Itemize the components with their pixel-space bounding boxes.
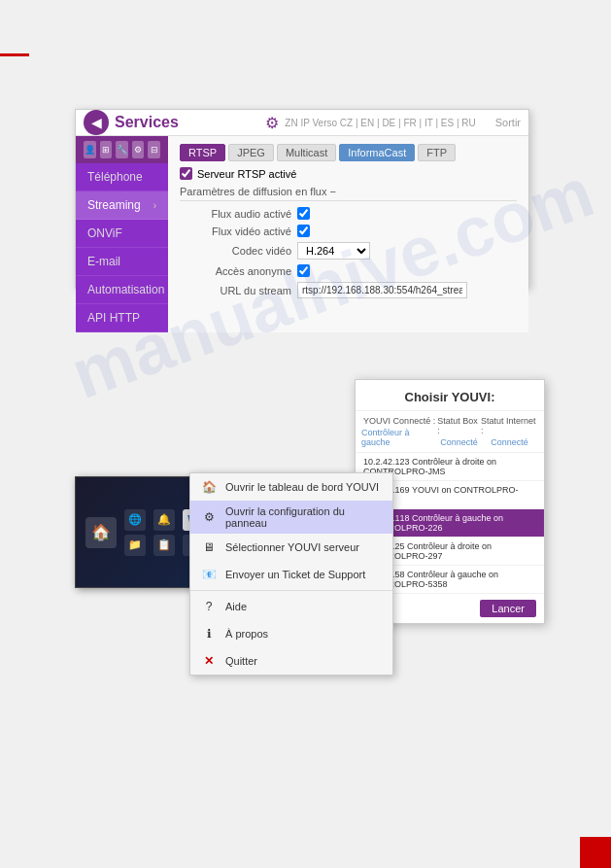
server-rtsp-row: Serveur RTSP activé — [180, 167, 517, 180]
codec-value: H.264 H.265 MJPEG — [297, 242, 370, 260]
context-item-label-6: Quitter — [225, 655, 257, 667]
services-window: ◀ Services ⚙ ZN IP Verso CZ | EN | DE | … — [75, 109, 529, 289]
server-rtsp-checkbox[interactable] — [180, 167, 192, 180]
context-item-label-2: Sélectionner YOUVI serveur — [225, 541, 359, 553]
context-item-select-server[interactable]: 🖥 Sélectionner YOUVI serveur — [190, 534, 392, 561]
context-item-label-5: À propos — [225, 628, 268, 640]
services-sidebar: 👤 ⊞ 🔧 ⚙ ⊟ Téléphone Streaming › ONViF E-… — [76, 136, 168, 332]
sidebar-icon-gear[interactable]: ⚙ — [132, 141, 145, 158]
lang-bar: ZN IP Verso CZ | EN | DE | FR | IT | ES … — [285, 118, 475, 128]
youvi-status-connected: YOUVI Connecté : Contrôleur à gauche — [361, 416, 437, 447]
dashboard-icon: 🏠 — [200, 478, 218, 496]
services-content: RTSP JPEG Multicast InformaCast FTP Serv… — [168, 136, 528, 332]
sidebar-icon-grid[interactable]: ⊞ — [100, 141, 113, 158]
youvi-title: Choisir YOUVI: — [356, 380, 544, 411]
chevron-right-icon: › — [153, 200, 156, 211]
services-body: 👤 ⊞ 🔧 ⚙ ⊟ Téléphone Streaming › ONViF E-… — [76, 136, 528, 332]
context-item-support[interactable]: 📧 Envoyer un Ticket de Support — [190, 561, 392, 588]
server-rtsp-label: Serveur RTSP activé — [197, 168, 296, 180]
support-icon: 📧 — [200, 566, 218, 583]
context-menu-divider — [190, 590, 392, 591]
url-input[interactable] — [297, 282, 467, 298]
tab-rtsp[interactable]: RTSP — [180, 144, 225, 161]
taskbar-icons-row-2: 🔔 📋 — [153, 509, 175, 556]
codec-row: Codec vidéo H.264 H.265 MJPEG — [180, 242, 517, 260]
services-title: Services — [115, 114, 259, 131]
services-titlebar: ◀ Services ⚙ ZN IP Verso CZ | EN | DE | … — [76, 110, 528, 136]
sidebar-item-telephone[interactable]: Téléphone — [76, 163, 168, 191]
acces-value — [297, 264, 310, 277]
url-label: URL du stream — [180, 285, 291, 296]
sidebar-item-email[interactable]: E-mail — [76, 248, 168, 276]
sidebar-icon-person[interactable]: 👤 — [84, 141, 96, 158]
context-item-about[interactable]: ℹ À propos — [190, 620, 392, 647]
help-icon: ? — [200, 598, 218, 615]
close-icon: ✕ — [200, 652, 218, 670]
url-value — [297, 282, 467, 298]
codec-label: Codec vidéo — [180, 245, 291, 257]
sortir-button[interactable]: Sortir — [495, 117, 521, 128]
flux-video-label: Flux vidéo activé — [180, 226, 291, 237]
rtsp-panel: Serveur RTSP activé Paramètres de diffus… — [180, 167, 517, 298]
flux-audio-row: Flux audio activé — [180, 207, 517, 220]
red-accent-line — [0, 53, 29, 56]
acces-row: Accès anonyme — [180, 264, 517, 277]
codec-select[interactable]: H.264 H.265 MJPEG — [297, 242, 370, 260]
tab-multicast[interactable]: Multicast — [277, 144, 336, 161]
tab-ftp[interactable]: FTP — [418, 144, 456, 161]
taskbar-icons-row: 🌐 📁 — [124, 509, 146, 556]
flux-video-row: Flux vidéo activé — [180, 225, 517, 237]
flux-video-value — [297, 225, 310, 237]
sidebar-icon-row: 👤 ⊞ 🔧 ⚙ ⊟ — [76, 136, 168, 163]
context-item-dashboard[interactable]: 🏠 Ouvrir le tableau de bord YOUVI — [190, 473, 392, 501]
context-item-label-3: Envoyer un Ticket de Support — [225, 569, 365, 580]
about-icon: ℹ — [200, 625, 218, 642]
sidebar-item-onvif[interactable]: ONViF — [76, 220, 168, 248]
taskbar-main-icon: 🏠 — [85, 517, 117, 548]
tab-informacast[interactable]: InformaCast — [339, 144, 415, 161]
youvi-connect-button[interactable]: Lancer — [480, 600, 536, 617]
flux-video-checkbox[interactable] — [297, 225, 310, 237]
back-button[interactable]: ◀ — [84, 110, 109, 135]
server-icon: 🖥 — [200, 538, 218, 556]
tabs-row: RTSP JPEG Multicast InformaCast FTP — [180, 144, 517, 161]
context-menu: 🏠 Ouvrir le tableau de bord YOUVI ⚙ Ouvr… — [189, 472, 393, 676]
youvi-status-internet: Statut Internet : Connecté — [481, 416, 538, 447]
sidebar-item-api-http[interactable]: API HTTP — [76, 304, 168, 332]
context-item-config[interactable]: ⚙ Ouvrir la configuration du panneau — [190, 501, 392, 534]
flux-audio-value — [297, 207, 310, 220]
acces-checkbox[interactable] — [297, 264, 310, 277]
youvi-status-box: Statut Box : Connecté — [437, 416, 481, 447]
context-item-label-4: Aide — [225, 601, 247, 612]
config-icon: ⚙ — [200, 508, 218, 526]
context-item-label-0: Ouvrir le tableau de bord YOUVI — [225, 481, 379, 493]
taskbar-icon-3[interactable]: 🔔 — [153, 509, 175, 531]
sidebar-item-streaming[interactable]: Streaming › — [76, 191, 168, 220]
flux-audio-checkbox[interactable] — [297, 207, 310, 220]
url-row: URL du stream — [180, 282, 517, 298]
acces-label: Accès anonyme — [180, 265, 291, 277]
sidebar-icon-apps[interactable]: ⊟ — [148, 141, 160, 158]
taskbar-icon-1[interactable]: 🌐 — [124, 509, 146, 531]
context-item-label-1: Ouvrir la configuration du panneau — [225, 505, 383, 529]
bottom-red-square — [580, 837, 611, 868]
sidebar-icon-wrench[interactable]: 🔧 — [116, 141, 128, 158]
tab-jpeg[interactable]: JPEG — [228, 144, 274, 161]
sidebar-item-automatisation[interactable]: Automatisation — [76, 276, 168, 304]
settings-icon[interactable]: ⚙ — [265, 114, 279, 132]
taskbar-icon-2[interactable]: 📁 — [124, 535, 146, 556]
context-item-help[interactable]: ? Aide — [190, 593, 392, 620]
context-item-quit[interactable]: ✕ Quitter — [190, 647, 392, 675]
taskbar-icon-4[interactable]: 📋 — [153, 535, 175, 556]
flux-audio-label: Flux audio activé — [180, 208, 291, 220]
youvi-status-row: YOUVI Connecté : Contrôleur à gauche Sta… — [356, 411, 544, 453]
stream-section-header: Paramètres de diffusion en flux − — [180, 186, 517, 201]
